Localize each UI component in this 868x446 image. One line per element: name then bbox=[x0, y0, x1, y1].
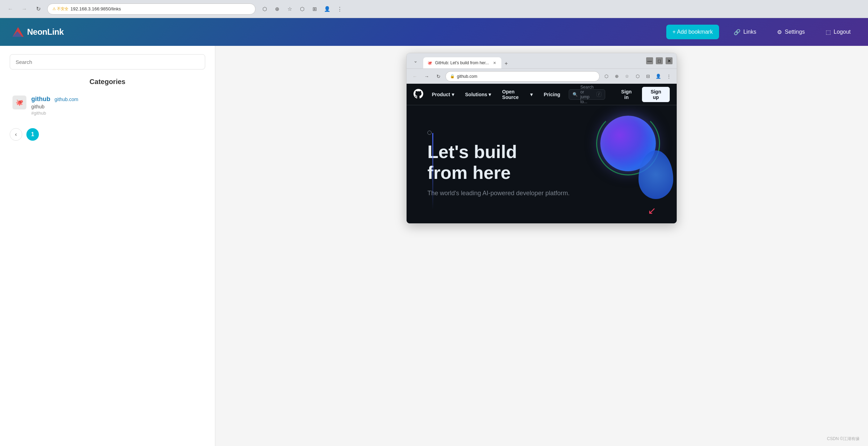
prev-page-button[interactable]: ‹ bbox=[10, 128, 22, 141]
bw-tab-title: GitHub: Let's build from her... bbox=[435, 60, 489, 65]
app-logo[interactable]: NeonLink bbox=[11, 26, 64, 38]
bw-new-tab-button[interactable]: + bbox=[501, 59, 511, 68]
github-hero-line-decoration bbox=[432, 133, 433, 209]
list-item[interactable]: 🐙 github github.com github #github bbox=[10, 91, 205, 120]
browser-chrome: ← → ↻ ⚠ 不安全 192.168.3.166:9850/links ⬡ ⊕… bbox=[0, 0, 868, 18]
neonlink-logo-icon bbox=[11, 26, 24, 38]
browser-url: 192.168.3.166:9850/links bbox=[70, 6, 121, 11]
bw-tab-favicon-icon: 🐙 bbox=[427, 61, 432, 65]
browser-right-icons: ⬡ ⊕ ☆ ⬡ ⊞ 👤 ⋮ bbox=[260, 4, 344, 14]
github-search-icon: 🔍 bbox=[573, 92, 578, 97]
bookmark-tag: #github bbox=[31, 110, 78, 116]
github-favicon-icon: 🐙 bbox=[16, 99, 23, 106]
github-hero: Let's build from here The world's leadin… bbox=[407, 105, 677, 223]
browser-translate-btn[interactable]: ⊕ bbox=[272, 4, 282, 14]
browser-cast-btn[interactable]: ⬡ bbox=[260, 4, 269, 14]
bw-star-icon[interactable]: ☆ bbox=[623, 72, 632, 81]
github-hero-subtitle: The world's leading AI-powered developer… bbox=[427, 189, 656, 198]
github-hero-title: Let's build from here bbox=[427, 142, 656, 183]
opensource-chevron-icon: ▾ bbox=[530, 92, 533, 97]
bw-content-wrap: Product ▾ Solutions ▾ Open Source ▾ Pr bbox=[407, 84, 677, 223]
github-search-kbd: / bbox=[596, 92, 602, 97]
bookmark-favicon: 🐙 bbox=[12, 96, 26, 109]
logout-button[interactable]: ⬚ Logout bbox=[819, 25, 857, 39]
bw-copy-icon[interactable]: ⊕ bbox=[612, 72, 621, 81]
app-bar: NeonLink + Add bookmark 🔗 Links ⚙ Settin… bbox=[0, 18, 868, 46]
bw-url-bar[interactable]: 🔒 github.com bbox=[445, 71, 600, 82]
categories-label: Categories bbox=[10, 78, 205, 86]
settings-button[interactable]: ⚙ Settings bbox=[771, 25, 811, 39]
logout-icon: ⬚ bbox=[826, 29, 831, 35]
github-page: Product ▾ Solutions ▾ Open Source ▾ Pr bbox=[407, 84, 677, 223]
links-button[interactable]: 🔗 Links bbox=[727, 25, 762, 39]
bw-toolbar-icons: ⬡ ⊕ ☆ ⬡ ⊟ 👤 ⋮ bbox=[602, 72, 673, 81]
bw-maximize-button[interactable]: □ bbox=[656, 57, 663, 64]
bw-tab-area: 🐙 GitHub: Let's build from her... ✕ + bbox=[423, 53, 643, 68]
github-nav: Product ▾ Solutions ▾ Open Source ▾ Pr bbox=[407, 84, 677, 105]
bw-window-controls: — □ ✕ bbox=[646, 57, 673, 64]
browser-window-preview: ⌄ 🐙 GitHub: Let's build from her... ✕ + … bbox=[406, 53, 677, 224]
bw-forward-button[interactable]: → bbox=[422, 72, 432, 81]
github-search-box[interactable]: 🔍 Search or jump to... / bbox=[569, 89, 606, 100]
github-signin-button[interactable]: Sign in bbox=[616, 88, 636, 101]
browser-address-bar[interactable]: ⚠ 不安全 192.168.3.166:9850/links bbox=[47, 3, 256, 15]
page-footer-watermark: CSDN ©江湖有缘 bbox=[827, 436, 860, 442]
github-pricing-link[interactable]: Pricing bbox=[541, 90, 563, 99]
github-hero-dot-decoration bbox=[427, 131, 432, 135]
bw-extension-icon[interactable]: ⬡ bbox=[633, 72, 642, 81]
bw-overflow-menu-icon[interactable]: ⋮ bbox=[664, 72, 673, 81]
main-content: Categories 🐙 github github.com github #g… bbox=[0, 46, 868, 446]
github-solutions-link[interactable]: Solutions ▾ bbox=[462, 90, 494, 99]
bw-chevron-down-btn[interactable]: ⌄ bbox=[411, 56, 420, 66]
github-arrow-decoration: ↙ bbox=[648, 205, 656, 216]
search-input[interactable] bbox=[10, 54, 205, 69]
bw-tab-close-button[interactable]: ✕ bbox=[492, 60, 497, 66]
bw-screenshot-icon[interactable]: ⬡ bbox=[602, 72, 611, 81]
preview-panel: ⌄ 🐙 GitHub: Let's build from her... ✕ + … bbox=[215, 46, 868, 446]
links-icon: 🔗 bbox=[734, 29, 741, 35]
browser-forward-btn[interactable]: → bbox=[19, 4, 29, 14]
bw-toolbar: ← → ↻ 🔒 github.com ⬡ ⊕ ☆ ⬡ ⊟ 👤 ⋮ bbox=[407, 68, 677, 84]
add-bookmark-button[interactable]: + Add bookmark bbox=[666, 25, 719, 39]
bw-back-button[interactable]: ← bbox=[410, 72, 420, 81]
github-logo-icon bbox=[414, 89, 424, 100]
bw-active-tab[interactable]: 🐙 GitHub: Let's build from her... ✕ bbox=[423, 57, 501, 68]
solutions-chevron-icon: ▾ bbox=[489, 92, 491, 97]
browser-split-btn[interactable]: ⊞ bbox=[310, 4, 319, 14]
bw-url-lock-icon: 🔒 bbox=[450, 74, 455, 79]
bw-profile-icon[interactable]: 👤 bbox=[654, 72, 663, 81]
sidebar: Categories 🐙 github github.com github #g… bbox=[0, 46, 215, 446]
github-opensource-link[interactable]: Open Source ▾ bbox=[499, 88, 535, 101]
pagination-nav: ‹ 1 bbox=[10, 128, 205, 141]
github-product-link[interactable]: Product ▾ bbox=[429, 90, 457, 99]
settings-icon: ⚙ bbox=[777, 29, 782, 35]
security-warning-icon: ⚠ 不安全 bbox=[52, 6, 68, 11]
bookmark-url: github.com bbox=[55, 97, 78, 102]
bw-close-button[interactable]: ✕ bbox=[666, 57, 673, 64]
browser-profile-btn[interactable]: 👤 bbox=[322, 4, 332, 14]
product-chevron-icon: ▾ bbox=[452, 92, 454, 97]
bw-reload-button[interactable]: ↻ bbox=[434, 72, 443, 81]
bw-titlebar: ⌄ 🐙 GitHub: Let's build from her... ✕ + … bbox=[407, 53, 677, 68]
bookmark-info: github github.com github #github bbox=[31, 96, 78, 116]
github-signup-button[interactable]: Sign up bbox=[642, 87, 670, 102]
github-hero-text: Let's build from here The world's leadin… bbox=[427, 131, 656, 198]
browser-back-btn[interactable]: ← bbox=[6, 4, 15, 14]
bw-sidebar-icon[interactable]: ⊟ bbox=[643, 72, 652, 81]
current-page-indicator: 1 bbox=[26, 128, 39, 141]
bw-url-text: github.com bbox=[457, 74, 477, 79]
app-logo-text: NeonLink bbox=[27, 27, 64, 37]
browser-menu-btn[interactable]: ⋮ bbox=[335, 4, 344, 14]
bw-minimize-button[interactable]: — bbox=[646, 57, 653, 64]
browser-extension-btn[interactable]: ⬡ bbox=[297, 4, 307, 14]
bookmark-description: github bbox=[31, 104, 78, 109]
browser-star-btn[interactable]: ☆ bbox=[285, 4, 294, 14]
bookmark-title: github bbox=[31, 96, 50, 103]
browser-refresh-btn[interactable]: ↻ bbox=[33, 4, 43, 14]
